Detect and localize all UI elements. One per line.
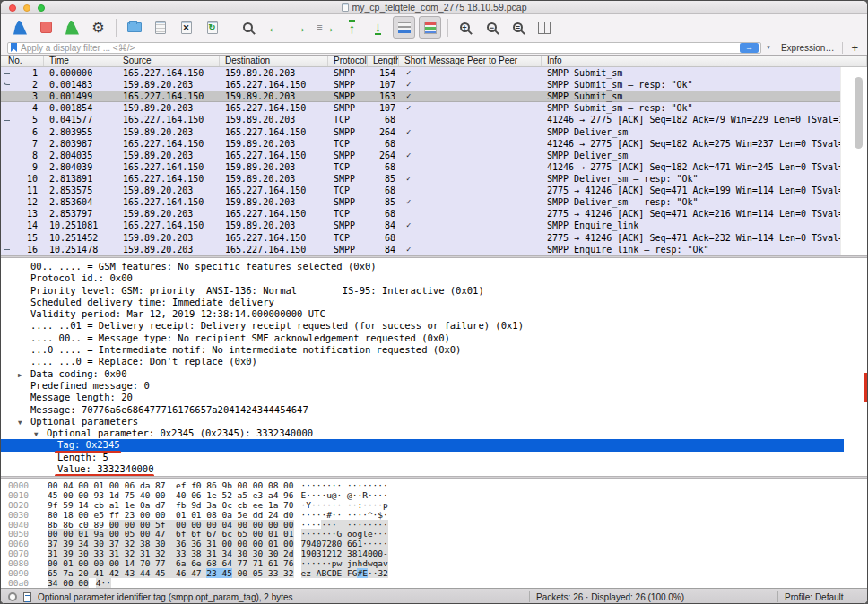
packet-list-body[interactable]: 10.000000165.227.164.150159.89.20.203SMP…	[1, 67, 867, 255]
colorize-packets-button[interactable]	[419, 16, 441, 39]
packet-row[interactable]: 72.803987165.227.164.150159.89.20.203TCP…	[1, 138, 842, 150]
packet-row[interactable]: 10.000000165.227.164.150159.89.20.203SMP…	[1, 67, 842, 79]
filter-bookmark-icon[interactable]	[11, 43, 17, 52]
hex-row[interactable]: 007031 39 30 33 31 32 31 32 33 38 31 34 …	[1, 548, 867, 558]
cell-time: 0.001499	[44, 91, 117, 102]
minimize-window-button[interactable]	[23, 4, 30, 12]
hex-row[interactable]: 00408b 86 c0 89 00 00 00 5f 00 00 00 04 …	[1, 520, 867, 530]
zoom-original-button[interactable]	[507, 16, 529, 39]
find-packet-button[interactable]	[237, 16, 259, 39]
save-file-button[interactable]	[149, 16, 171, 39]
resize-columns-button[interactable]	[533, 16, 555, 39]
packet-row[interactable]: 82.804035159.89.20.203165.227.164.150SMP…	[1, 150, 842, 161]
auto-scroll-button[interactable]	[393, 16, 415, 39]
status-profile[interactable]: Profile: Default	[785, 592, 860, 602]
hex-row[interactable]: 008000 01 00 00 00 14 70 77 6a 6e 68 64 …	[1, 558, 867, 568]
close-file-button[interactable]	[175, 16, 197, 39]
go-last-packet-button[interactable]: ↓	[367, 16, 389, 39]
detail-line[interactable]: Tag: 0x2345	[1, 439, 844, 451]
packet-row[interactable]: 112.853575159.89.20.203165.227.164.150TC…	[1, 185, 842, 196]
reload-file-button[interactable]	[201, 16, 223, 39]
detail-line[interactable]: Value: 3332340000	[1, 463, 867, 475]
hex-row[interactable]: 001045 00 00 93 1d 75 40 00 40 06 1e 52 …	[1, 490, 867, 500]
zoom-out-button[interactable]	[481, 16, 503, 39]
cell-smpp-check	[399, 185, 542, 196]
go-next-packet-button[interactable]: →	[289, 16, 311, 39]
packet-row[interactable]: 102.813891165.227.164.150159.89.20.203SM…	[1, 173, 842, 185]
column-header-no[interactable]: No.	[1, 56, 44, 66]
hex-segment: 00 05 33 32	[232, 568, 294, 578]
packet-row[interactable]: 62.803955159.89.20.203165.227.164.150SMP…	[1, 126, 842, 138]
filter-dropdown-caret-icon[interactable]: ▼	[766, 45, 771, 50]
hex-row[interactable]: 003080 18 00 e5 ff 23 00 00 01 01 08 0a …	[1, 510, 867, 520]
scrollbar-thumb[interactable]	[855, 77, 863, 149]
column-header-source[interactable]: Source	[117, 56, 220, 66]
packet-row[interactable]: 92.804039165.227.164.150159.89.20.203TCP…	[1, 161, 842, 173]
packet-row[interactable]: 132.853797159.89.20.203165.227.164.150TC…	[1, 208, 842, 220]
hex-ascii: ······pw jnhdwqav	[301, 558, 388, 568]
hex-dump-pane[interactable]: 000000 04 00 01 00 06 da 87 ef f0 86 9b …	[1, 479, 867, 588]
column-header-smpp[interactable]: Short Message Peer to Peer	[399, 56, 542, 66]
packet-row[interactable]: 1510.251452159.89.20.203165.227.164.150T…	[1, 232, 842, 244]
go-previous-packet-button[interactable]: ←	[263, 16, 285, 39]
zoom-window-button[interactable]	[38, 4, 45, 12]
hex-row[interactable]: 009065 7a 20 41 42 43 44 45 46 47 23 45 …	[1, 568, 867, 578]
cell-protocol: TCP	[328, 232, 368, 244]
packet-row[interactable]: 20.001483159.89.20.203165.227.164.150SMP…	[1, 79, 842, 91]
detail-line[interactable]: Validity period: Mar 12, 2019 12:38:14.0…	[1, 308, 867, 320]
detail-line[interactable]: 00.. .... = GSM features: No specific fe…	[1, 261, 867, 272]
hex-row[interactable]: 005000 00 01 9a 00 05 00 47 6f 6f 67 6c …	[1, 529, 867, 539]
column-header-protocol[interactable]: Protocol	[328, 56, 368, 66]
column-header-length[interactable]: Length	[368, 56, 399, 66]
detail-line[interactable]: ...0 .... = Intermediate notif: No inter…	[1, 344, 867, 356]
detail-text: .... ..01 = Delivery receipt: Delivery r…	[30, 320, 524, 331]
detail-line[interactable]: .... ...0 = Replace: Don't replace (0x0)	[1, 356, 867, 367]
start-capture-button[interactable]	[9, 16, 31, 39]
detail-line[interactable]: ▼Optional parameter: 0x2345 (0x2345): 33…	[1, 427, 867, 439]
detail-line[interactable]: Predefined message: 0	[1, 380, 867, 392]
packet-row[interactable]: 1410.251081165.227.164.150159.89.20.203S…	[1, 220, 842, 231]
packet-row[interactable]: 40.001854159.89.20.203165.227.164.150SMP…	[1, 102, 842, 114]
hex-row[interactable]: 000000 04 00 01 00 06 da 87 ef f0 86 9b …	[1, 480, 867, 490]
packet-row[interactable]: 122.853604165.227.164.150159.89.20.203SM…	[1, 196, 842, 208]
capture-comment-icon[interactable]	[23, 592, 31, 602]
column-header-info[interactable]: Info	[542, 56, 867, 66]
close-window-button[interactable]	[9, 4, 16, 12]
detail-line[interactable]: .... ..01 = Delivery receipt: Delivery r…	[1, 320, 867, 332]
hex-row[interactable]: 006037 39 34 30 37 32 38 30 36 36 31 00 …	[1, 539, 867, 548]
go-first-packet-button[interactable]: ↑	[341, 16, 363, 39]
go-to-packet-button[interactable]: →	[315, 16, 337, 39]
detail-line[interactable]: ▶Data coding: 0x00	[1, 368, 867, 380]
display-filter-input[interactable]	[21, 43, 736, 53]
apply-filter-button[interactable]: →	[740, 43, 759, 53]
detail-line[interactable]: Message: 70776a6e686477716176657a2041424…	[1, 404, 867, 416]
capture-options-button[interactable]: ⚙	[87, 16, 109, 39]
expert-info-icon[interactable]	[8, 592, 17, 601]
packet-row[interactable]: 1610.251478159.89.20.203165.227.164.150S…	[1, 244, 842, 255]
expression-button[interactable]: Expression…	[781, 43, 834, 53]
hex-row[interactable]: 00209f 59 14 cb a1 1e 0a d7 fb 9d 3a 0c …	[1, 500, 867, 510]
detail-line[interactable]: ▼Optional parameters	[1, 416, 867, 427]
detail-line[interactable]: Priority level: GSM: priority ANSI-136: …	[1, 285, 867, 297]
packet-list-scrollbar[interactable]	[840, 67, 867, 255]
packet-row[interactable]: 30.001499165.227.164.150159.89.20.203SMP…	[1, 91, 842, 102]
display-filter-field[interactable]: →	[7, 42, 761, 54]
column-header-destination[interactable]: Destination	[220, 56, 328, 66]
stop-capture-button[interactable]	[35, 16, 57, 39]
detail-line[interactable]: Length: 5	[1, 452, 867, 463]
packet-row[interactable]: 50.041577165.227.164.150159.89.20.203TCP…	[1, 114, 842, 125]
hex-segment: 9f 59 14 cb a1 1e 0a d7 fb 9d 3a 0c cb e…	[48, 500, 294, 510]
add-filter-button[interactable]: +	[851, 41, 858, 55]
hex-row[interactable]: 00a034 00 004··	[1, 578, 867, 588]
column-header-time[interactable]: Time	[44, 56, 117, 66]
packet-detail-pane[interactable]: 00.. .... = GSM features: No specific fe…	[1, 258, 867, 476]
detail-line[interactable]: Message length: 20	[1, 392, 867, 403]
cell-protocol: SMPP	[328, 67, 368, 79]
restart-capture-button[interactable]	[61, 16, 83, 39]
open-file-button[interactable]	[123, 16, 145, 39]
detail-line[interactable]: Scheduled delivery time: Immediate deliv…	[1, 297, 867, 308]
cell-info: 2775 → 41246 [ACK] Seq=471 Ack=232 Win=1…	[542, 232, 842, 244]
zoom-in-button[interactable]	[455, 16, 477, 39]
detail-line[interactable]: Protocol id.: 0x00	[1, 272, 867, 284]
detail-line[interactable]: .... 00.. = Message type: No recipient S…	[1, 332, 867, 344]
